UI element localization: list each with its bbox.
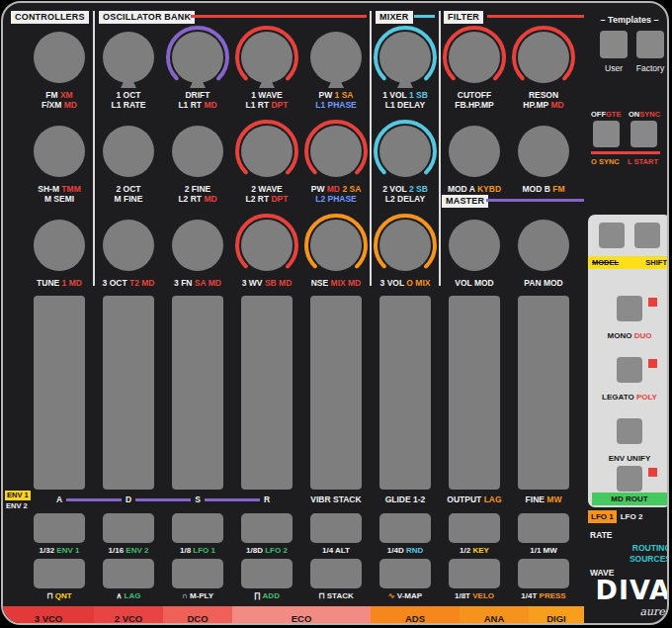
label-segment: 1/4 [322, 546, 335, 555]
label-segment: LAG [125, 591, 141, 600]
knob-cap [310, 126, 362, 177]
pad-row1-button-2[interactable] [103, 513, 154, 543]
pad-row2-button-3[interactable] [172, 559, 223, 588]
osc-sync-label: O SYNC [591, 157, 620, 166]
mode-label-2: LEGATO POLY [588, 393, 669, 402]
brand-logo: DIVA [588, 577, 669, 603]
label-segment: M FINE [115, 194, 143, 204]
gate-button[interactable] [593, 121, 620, 147]
knob-r3-c6[interactable] [371, 213, 440, 278]
label-segment: L1 RT [178, 100, 204, 110]
knob-r1-c8[interactable] [509, 25, 578, 90]
label-segment: R [264, 494, 270, 504]
mode-label-3: ENV UNIFY [588, 454, 669, 463]
pad-row2-button-1[interactable] [34, 559, 85, 588]
pad-row1-button-4[interactable] [241, 513, 293, 543]
fader-8[interactable] [518, 296, 569, 490]
knob-unit-r2-c8: MOD B FM [509, 119, 578, 214]
label-segment: MOD B [523, 184, 553, 194]
pad-row2-button-4[interactable] [241, 559, 293, 588]
pad-row2-button-2[interactable] [103, 559, 154, 588]
knob-r2-c1[interactable] [25, 119, 94, 184]
pad-row1-button-5[interactable] [310, 513, 362, 543]
knob-r1-c7[interactable] [440, 25, 509, 90]
knob-r2-c8[interactable] [509, 119, 578, 184]
knob-unit-r3-c7: VOL MOD [440, 213, 509, 308]
knob-r3-c2[interactable] [94, 213, 163, 278]
board: CONTROLLERS OSCILLATOR BANK MIXER FILTER… [1, 1, 669, 625]
mode-button-1[interactable] [617, 296, 642, 321]
label-segment: FB.HP.MP [455, 100, 494, 110]
knob-r2-c4[interactable] [232, 119, 301, 184]
footer-label: ANA [484, 613, 505, 624]
mode-button-3[interactable] [617, 418, 642, 444]
knob-r1-c4[interactable] [232, 25, 301, 90]
label-segment: MD [327, 184, 343, 194]
label-segment: GLIDE 1-2 [385, 494, 426, 504]
knob-r2-c2[interactable] [94, 119, 163, 184]
mode-button-4[interactable] [617, 466, 642, 492]
label-segment: ALT [335, 546, 350, 555]
knob-unit-r2-c2: 2 OCTM FINE [94, 119, 163, 214]
label-segment: 2 SB [409, 184, 428, 194]
label-segment: CUTOFF [458, 90, 491, 100]
label-segment: 2 FINE [185, 184, 210, 194]
knob-unit-r1-c7: CUTOFFFB.HP.MP [440, 25, 509, 120]
pad-row1-button-6[interactable] [379, 513, 431, 543]
label-segment: 1/8D [246, 546, 265, 555]
knob-r2-c3[interactable] [163, 119, 232, 184]
lfo-strip: LFO 1 LFO 2 [588, 510, 642, 523]
pad-row1-button-7[interactable] [449, 513, 500, 543]
fader-4[interactable] [241, 296, 293, 490]
knob-r3-c1[interactable] [25, 213, 94, 278]
fader-2[interactable] [103, 296, 154, 490]
pad-row2-button-5[interactable] [310, 559, 362, 588]
knob-label-line1: MOD B FM [500, 184, 587, 194]
knob-r1-c6[interactable] [371, 25, 440, 90]
fader-5[interactable] [310, 296, 362, 490]
fader-7[interactable] [449, 296, 500, 490]
pad-row2-button-8[interactable] [518, 559, 569, 588]
label-segment: OUTPUT [447, 494, 483, 504]
knob-r3-c3[interactable] [163, 213, 232, 278]
knob-cap [518, 126, 569, 177]
knob-r3-c8[interactable] [509, 213, 578, 278]
knob-r3-c7[interactable] [440, 213, 509, 278]
user-template-button[interactable] [600, 31, 628, 58]
knob-r1-c3[interactable] [163, 25, 232, 90]
label-segment: MD [204, 194, 216, 204]
knob-unit-r3-c3: 3 FN SA MD [163, 213, 232, 308]
label-segment: 1 VOL [382, 90, 409, 100]
mode-button-2[interactable] [617, 357, 642, 383]
knob-r3-c4[interactable] [232, 213, 301, 278]
pad-row2-button-6[interactable] [379, 559, 431, 588]
label-segment: 1 WAVE [251, 90, 283, 100]
factory-template-button[interactable] [636, 31, 664, 58]
knob-r1-c5[interactable] [301, 25, 371, 90]
footer-label: DIGI [546, 613, 566, 624]
pad-row2-button-7[interactable] [449, 559, 500, 588]
fader-6[interactable] [379, 296, 431, 490]
footer-label: ADS [405, 613, 425, 624]
knob-r3-c5[interactable] [301, 213, 371, 278]
label-segment: 2 VOL [382, 184, 409, 194]
pad-row1-button-1[interactable] [34, 513, 85, 543]
off-text: OFF [591, 110, 606, 119]
knob-r1-c2[interactable] [94, 25, 163, 90]
knob-unit-r2-c7: MOD A KYBD [440, 119, 509, 214]
knob-r2-c6[interactable] [371, 119, 440, 184]
oscillator-section-line [191, 15, 367, 18]
sync-button[interactable] [630, 121, 657, 147]
fader-1[interactable] [34, 296, 85, 490]
knob-r2-c5[interactable] [301, 119, 371, 184]
pad-row1-button-3[interactable] [172, 513, 223, 543]
rate-label: RATE [590, 530, 613, 540]
label-segment: DPT [271, 194, 288, 204]
knob-r1-c1[interactable] [25, 25, 94, 90]
label-segment: 1/4D [387, 546, 406, 555]
fader-3[interactable] [172, 296, 223, 490]
pad-row1-button-8[interactable] [518, 513, 569, 543]
knob-unit-r2-c6: 2 VOL 2 SBL2 DELAY [371, 119, 440, 214]
knob-r2-c7[interactable] [440, 119, 509, 184]
footer-label: 2 VCO [115, 613, 143, 624]
